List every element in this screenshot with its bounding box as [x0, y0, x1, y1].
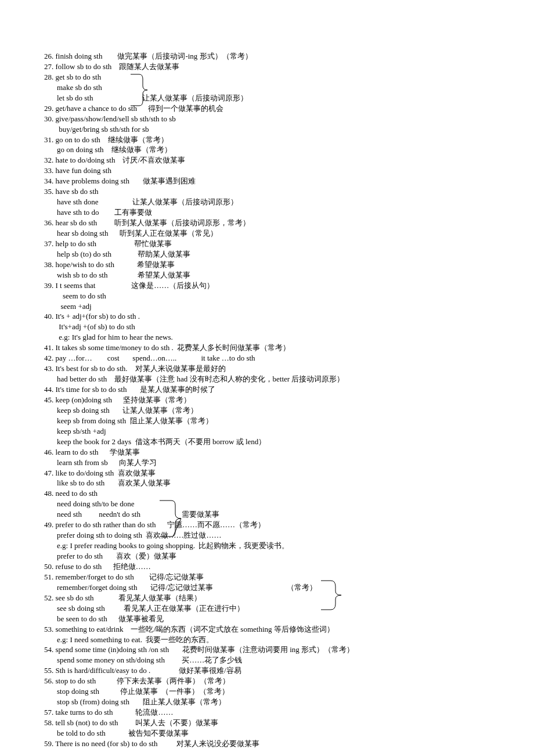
- text-line: keep the book for 2 days 借这本书两天（不要用 borr…: [44, 437, 490, 447]
- text-line: 31. go on to do sth 继续做事（常考）: [44, 135, 490, 145]
- text-line: be told to do sth 被告知不要做某事: [44, 728, 490, 739]
- text-line: 52. see sb do sth 看见某人做某事（结果）: [44, 593, 490, 603]
- text-line: 26. finish doing sth 做完某事（后接动词-ing 形式）（常…: [44, 51, 490, 62]
- text-line: 50. refuse to do sth 拒绝做……: [44, 561, 490, 572]
- text-line: 46. learn to do sth 学做某事: [44, 447, 490, 458]
- text-line: 37. help to do sth 帮忙做某事: [44, 239, 490, 249]
- text-line: 53. something to eat/drink 一些吃/喝的东西（词不定式…: [44, 624, 490, 635]
- text-line: 56. stop to do sth 停下来去某事（两件事）（常考）: [44, 676, 490, 686]
- text-line: 59. There is no need (for sb) to do sth …: [44, 739, 490, 749]
- text-line: make sb do sth: [44, 82, 490, 93]
- text-line: It's+adj +(of sb) to do sth: [44, 322, 490, 332]
- text-line: prefer to do sth 喜欢（爱）做某事: [44, 551, 490, 561]
- text-line: like sb to do sth 喜欢某人做某事: [44, 478, 490, 488]
- text-line: buy/get/bring sb sth/sth for sb: [44, 124, 490, 135]
- text-line: 55. Sth is hard/difficult/easy to do . 做…: [44, 665, 490, 676]
- text-line: 39. I t seems that 这像是……（后接从句）: [44, 280, 490, 291]
- text-line: 54. spend some time (in)doing sth /on st…: [44, 645, 490, 655]
- text-line: see sb doing sth 看见某人正在做某事（正在进行中）: [44, 603, 490, 614]
- text-line: need sth needn't do sth 需要做某事: [44, 509, 490, 520]
- text-line: 28. get sb to do sth: [44, 72, 490, 82]
- text-line: 47. like to do/doing sth 喜欢做某事: [44, 468, 490, 478]
- text-line: stop doing sth 停止做某事 （一件事）（常考）: [44, 686, 490, 697]
- text-line: wish sb to do sth 希望某人做某事: [44, 270, 490, 280]
- text-line: 43. It's best for sb to do sth. 对某人来说做某事…: [44, 363, 490, 374]
- text-line: 44. It's time for sb to do sth 是某人做某事的时候…: [44, 384, 490, 395]
- text-line: seem to do sth: [44, 291, 490, 301]
- text-line: have sth done 让某人做某事（后接动词原形）: [44, 197, 490, 207]
- text-line: keep sb/sth +adj: [44, 426, 490, 437]
- text-line: 49. prefer to do sth rather than do sth …: [44, 520, 490, 530]
- text-line: need doing sth/to be done: [44, 499, 490, 509]
- text-line: 33. have fun doing sth: [44, 165, 490, 176]
- text-line: 51. remember/forget to do sth 记得/忘记做某事: [44, 572, 490, 582]
- text-line: go on doing sth 继续做事（常考）: [44, 145, 490, 155]
- text-line: prefer doing sth to doing sth 喜欢做……胜过做……: [44, 530, 490, 541]
- text-line: 57. take turns to do sth 轮流做……: [44, 707, 490, 718]
- text-line: remember/forget doing sth 记得/忘记做过某事 （常考）: [44, 582, 490, 593]
- text-line: stop sb (from) doing sth 阻止某人做某事（常考）: [44, 697, 490, 707]
- document-page: 26. finish doing sth 做完某事（后接动词-ing 形式）（常…: [0, 0, 534, 756]
- text-line: 32. hate to do/doing sth 讨厌/不喜欢做某事: [44, 155, 490, 165]
- text-content: 26. finish doing sth 做完某事（后接动词-ing 形式）（常…: [44, 51, 490, 749]
- text-line: 58. tell sb (not) to do sth 叫某人去（不要）做某事: [44, 718, 490, 728]
- text-line: let sb do sth 让某人做某事（后接动词原形）: [44, 93, 490, 103]
- text-line: spend some money on sth/doing sth 买……花了多…: [44, 655, 490, 665]
- text-line: 30. give/pass/show/lend/sell sb sth/sth …: [44, 114, 490, 124]
- text-line: 35. have sb do sth: [44, 186, 490, 197]
- text-line: 36. hear sb do sth 听到某人做某事（后接动词原形，常考）: [44, 218, 490, 228]
- text-line: had better do sth 最好做某事（注意 had 没有时态和人称的变…: [44, 374, 490, 384]
- text-line: hear sb doing sth 听到某人正在做某事（常见）: [44, 228, 490, 239]
- text-line: 42. pay …for… cost spend…on….. it take ……: [44, 353, 490, 363]
- text-line: e.g: I prefer reading books to going sho…: [44, 541, 490, 551]
- text-line: keep sb doing sth 让某人做某事（常考）: [44, 405, 490, 416]
- text-line: 40. It's + adj+(for sb) to do sth .: [44, 311, 490, 322]
- text-line: 41. It takes sb some time/money to do st…: [44, 343, 490, 353]
- text-line: 34. have problems doing sth 做某事遇到困难: [44, 176, 490, 186]
- text-line: 27. follow sb to do sth 跟随某人去做某事: [44, 62, 490, 72]
- text-line: e.g: I need something to eat. 我要一些吃的东西。: [44, 635, 490, 645]
- text-line: 38. hope/wish to do sth 希望做某事: [44, 260, 490, 270]
- text-line: keep sb from doing sth 阻止某人做某事（常考）: [44, 416, 490, 426]
- text-line: learn sth from sb 向某人学习: [44, 458, 490, 468]
- text-line: 29. get/have a chance to do sth 得到一个做某事的…: [44, 103, 490, 114]
- text-line: be seen to do sth 做某事被看见: [44, 614, 490, 624]
- text-line: e.g: It's glad for him to hear the news.: [44, 332, 490, 343]
- text-line: seem +adj: [44, 301, 490, 312]
- text-line: have sth to do 工有事要做: [44, 207, 490, 218]
- text-line: 45. keep (on)doing sth 坚持做某事（常考）: [44, 395, 490, 405]
- text-line: help sb (to) do sth 帮助某人做某事: [44, 249, 490, 260]
- text-line: 48. need to do sth: [44, 488, 490, 499]
